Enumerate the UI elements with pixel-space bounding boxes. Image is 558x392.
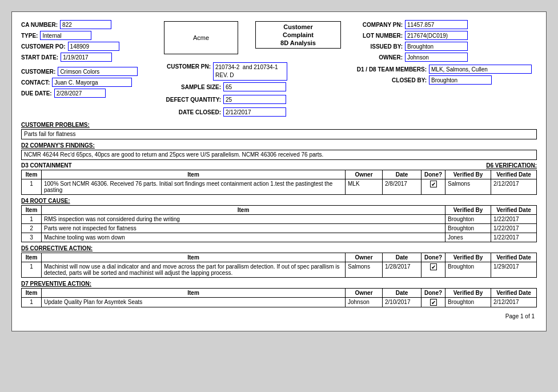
table-row: 1 Machinist will now use a dial indicato…	[22, 262, 537, 278]
d7-verdate: 2/12/2017	[491, 298, 537, 307]
start-date-label: START DATE:	[21, 54, 58, 61]
d5-date: 1/28/2017	[383, 262, 421, 278]
d1d8-label: D1 / D8 TEAM MEMBERS:	[352, 66, 427, 73]
defect-qty-row: DEFECT QUANTITY: 25	[164, 95, 341, 104]
d7-th-desc: Item	[42, 289, 346, 298]
customer-po-value: 148909	[68, 42, 119, 51]
d4-desc: Parts were not inspected for flatness	[42, 224, 445, 233]
d7-verby: Broughton	[445, 298, 491, 307]
done-checkbox[interactable]: ✔	[430, 299, 437, 306]
d4-item: 1	[22, 215, 42, 224]
issued-by-value: Broughton	[405, 42, 468, 51]
d3-verby: Salmons	[445, 179, 491, 195]
header-center-area: Acme CustomerComplaint8D Analysis CUSTOM…	[164, 21, 341, 118]
owner-value: Johnson	[405, 53, 468, 62]
contact-row: CONTACT: Juan C. Mayorga	[21, 78, 164, 87]
due-date-value: 2/28/2027	[54, 89, 106, 98]
d4-table: Item Item Verified By Verified Date 1 RM…	[21, 205, 537, 242]
d5-verdate: 1/29/2017	[491, 262, 537, 278]
main-page: CA NUMBER: 822 TYPE: Internal CUSTOMER P…	[11, 11, 547, 331]
type-value: Internal	[40, 31, 91, 40]
company-pn-label: COMPANY PN:	[352, 22, 403, 28]
d3-th-desc: Item	[42, 170, 346, 179]
defect-qty-value: 25	[223, 95, 286, 104]
d3-th-done: Done?	[421, 170, 445, 179]
ca-number-label: CA NUMBER:	[21, 22, 58, 28]
d5-th-verby: Verified By	[445, 253, 491, 262]
page-number: Page 1 of 1	[505, 313, 535, 319]
d7-desc: Update Quality Plan for Asymtek Seats	[42, 298, 346, 307]
customer-value: Crimson Colors	[58, 67, 138, 76]
d7-th-date: Date	[383, 289, 421, 298]
d7-owner: Johnson	[346, 298, 383, 307]
done-checkbox[interactable]: ✔	[430, 263, 437, 270]
d3-title: D3 CONTAINMENT	[21, 162, 72, 169]
customer-problems-title: CUSTOMER PROBLEMS:	[21, 122, 537, 128]
d4-verby: Broughton	[445, 215, 491, 224]
header-section: CA NUMBER: 822 TYPE: Internal CUSTOMER P…	[21, 20, 537, 118]
customer-po-row: CUSTOMER PO: 148909	[21, 42, 164, 51]
start-date-value: 1/19/2017	[61, 53, 112, 62]
customer-po-label: CUSTOMER PO:	[21, 43, 66, 50]
ca-number-row: CA NUMBER: 822	[21, 20, 164, 29]
d4-item: 2	[22, 224, 42, 233]
table-row: 1 Update Quality Plan for Asymtek Seats …	[22, 298, 537, 307]
done-checkbox[interactable]: ✔	[430, 181, 437, 187]
d4-th-verby: Verified By	[445, 206, 491, 215]
title-box: CustomerComplaint8D Analysis	[255, 21, 341, 49]
d7-title: D7 PREVENTIVE ACTION:	[21, 281, 537, 287]
lot-number-label: LOT NUMBER:	[352, 33, 403, 39]
d3-item: 1	[22, 179, 42, 195]
d2-title: D2 COMPANY'S FINDINGS:	[21, 142, 537, 149]
d3-table: Item Item Owner Date Done? Verified By V…	[21, 170, 537, 195]
d5-th-item: Item	[22, 253, 42, 262]
d5-th-owner: Owner	[346, 253, 383, 262]
table-row: 3 Machine tooling was worn down Jones 1/…	[22, 233, 537, 242]
lot-number-row: LOT NUMBER: 217674(DC019)	[352, 31, 537, 40]
d4-desc: Machine tooling was worn down	[42, 233, 445, 242]
customer-label: CUSTOMER:	[21, 69, 55, 75]
date-closed-label: DATE CLOSED:	[164, 109, 221, 115]
defect-qty-label: DEFECT QUANTITY:	[164, 97, 221, 103]
d3-verdate: 2/12/2017	[491, 179, 537, 195]
acme-box: Acme	[164, 21, 238, 54]
d4-verby: Broughton	[445, 224, 491, 233]
d5-item: 1	[22, 262, 42, 278]
d2-text: NCMR 46244 Rec'd 65pcs, 40pcs are good t…	[21, 150, 537, 160]
closed-by-label: CLOSED BY:	[352, 77, 427, 83]
d4-verby: Jones	[445, 233, 491, 242]
d3-desc: 100% Sort NCMR 46306. Received 76 parts.…	[42, 179, 346, 195]
d7-th-owner: Owner	[346, 289, 383, 298]
d3-th-verby: Verified By	[445, 170, 491, 179]
type-row: TYPE: Internal	[21, 31, 164, 40]
page-footer: Page 1 of 1	[21, 313, 537, 319]
d3-done: ✔	[421, 179, 445, 195]
table-row: 1 100% Sort NCMR 46306. Received 76 part…	[22, 179, 537, 195]
d3-th-owner: Owner	[346, 170, 383, 179]
d4-title: D4 ROOT CAUSE:	[21, 198, 537, 204]
customer-pn-value: 210734-2 and 210734-1 REV. D	[213, 62, 287, 81]
closed-by-value: Broughton	[429, 75, 492, 85]
d6-title: D6 VERIFICATION:	[486, 162, 537, 169]
start-date-row: START DATE: 1/19/2017	[21, 53, 164, 62]
d4-item: 3	[22, 233, 42, 242]
closed-by-row: CLOSED BY: Broughton	[352, 75, 537, 85]
date-closed-value: 2/12/2017	[223, 107, 286, 117]
d7-th-verby: Verified By	[445, 289, 491, 298]
d1d8-value: MLK, Salmons, Cullen	[429, 65, 532, 74]
company-pn-row: COMPANY PN: 11457.857	[352, 20, 537, 29]
date-closed-row: DATE CLOSED: 2/12/2017	[164, 107, 341, 117]
d7-th-verdate: Verified Date	[491, 289, 537, 298]
d1d8-row: D1 / D8 TEAM MEMBERS: MLK, Salmons, Cull…	[352, 65, 537, 74]
customer-pn-label: CUSTOMER PN:	[164, 62, 211, 70]
due-date-row: DUE DATE: 2/28/2027	[21, 89, 164, 98]
d7-item: 1	[22, 298, 42, 307]
contact-label: CONTACT:	[21, 79, 50, 86]
d5-th-desc: Item	[42, 253, 346, 262]
sample-size-label: SAMPLE SIZE:	[164, 84, 221, 90]
d3-owner: MLK	[346, 179, 383, 195]
customer-problems-text: Parts fail for flatness	[21, 129, 537, 139]
d3-th-item: Item	[22, 170, 42, 179]
d7-done: ✔	[421, 298, 445, 307]
ca-number-value: 822	[60, 20, 111, 29]
